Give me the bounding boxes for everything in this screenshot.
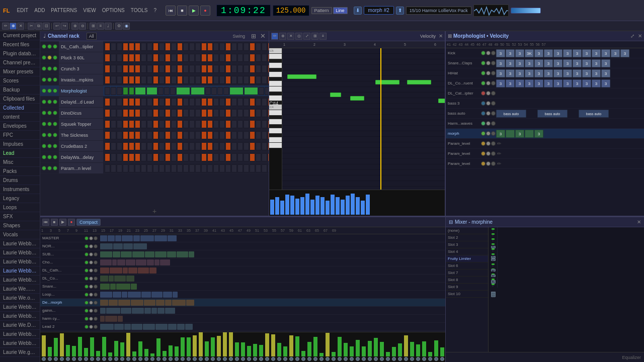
step-pad[interactable] — [141, 43, 146, 51]
step-pad[interactable] — [123, 164, 128, 172]
step-pad[interactable] — [117, 120, 122, 128]
nav-item-21[interactable]: Shapes — [0, 221, 40, 230]
song-seg-9-0[interactable] — [100, 308, 106, 314]
vol-knob-15[interactable] — [132, 357, 136, 361]
vol-bar-9[interactable] — [96, 351, 100, 356]
pe-track-btn-10-0[interactable] — [481, 151, 486, 156]
song-seg-7-2[interactable] — [122, 292, 127, 298]
nav-item-1[interactable]: Recent files — [0, 40, 40, 49]
song-ctrl-dot-0[interactable] — [85, 236, 89, 240]
step-pad[interactable] — [111, 65, 116, 73]
pe-block-2-1[interactable]: 3 — [506, 69, 515, 77]
plugin-name[interactable]: morph #2 — [364, 6, 394, 15]
pe-track-btn-3-0[interactable] — [481, 81, 486, 85]
vol-knob-38[interactable] — [271, 357, 275, 361]
step-pad[interactable] — [195, 76, 201, 84]
pe-block-2-7[interactable]: 3 — [563, 69, 572, 77]
step-pad[interactable] — [256, 109, 261, 117]
dot[interactable] — [53, 66, 57, 71]
piano-key-Ab4[interactable] — [269, 68, 282, 72]
song-seg-4-0[interactable] — [100, 267, 109, 274]
pe-track-btn-10-2[interactable] — [491, 151, 496, 156]
piano-key-Ab3[interactable] — [269, 125, 282, 128]
vol-knob-54[interactable] — [368, 357, 372, 361]
mixer-slot-1[interactable]: Slot 2 — [446, 234, 488, 241]
vel-bar-17[interactable] — [356, 197, 360, 215]
step-pad[interactable] — [250, 142, 255, 150]
vol-bar-30[interactable] — [223, 332, 227, 356]
vol-knob-30[interactable] — [223, 357, 227, 361]
pr-tool-erase[interactable]: ✕ — [287, 33, 294, 40]
step-pad[interactable] — [201, 76, 207, 84]
tool-zoom-out[interactable]: ⊖ — [79, 23, 86, 30]
step-pad[interactable] — [213, 131, 219, 139]
menu-add[interactable]: ADD — [31, 7, 48, 14]
step-pad[interactable] — [177, 142, 183, 150]
step-pad[interactable] — [262, 65, 267, 73]
vol-knob-28[interactable] — [211, 357, 215, 361]
step-pad[interactable] — [129, 65, 134, 73]
vol-knob-12[interactable] — [114, 357, 118, 361]
note-3[interactable] — [375, 80, 399, 84]
pe-row-4[interactable]: DL_Cat...iplier — [446, 88, 644, 99]
song-seg-2-8[interactable] — [189, 251, 194, 257]
step-pad[interactable] — [135, 164, 140, 172]
channel-row-0[interactable]: DL_Cath...tiplier — [40, 41, 269, 52]
step-pad[interactable] — [159, 142, 165, 150]
tool-erase[interactable]: ✕ — [17, 23, 24, 30]
step-pad[interactable] — [201, 120, 207, 128]
step-pad[interactable] — [158, 87, 164, 95]
nav-item-4[interactable]: Mixer presets — [0, 67, 40, 76]
vol-knob-58[interactable] — [392, 357, 396, 361]
step-pad[interactable] — [201, 65, 207, 73]
pr-tool-draw[interactable]: ✏ — [271, 33, 278, 40]
vol-knob-46[interactable] — [319, 357, 324, 361]
vol-bar-40[interactable] — [283, 346, 287, 356]
step-pad[interactable] — [256, 131, 261, 139]
step-pad[interactable] — [201, 109, 207, 117]
channel-row-2[interactable]: Crunch 3 — [40, 63, 269, 74]
step-pad[interactable] — [165, 164, 171, 172]
play-btn[interactable]: ▶ — [189, 6, 199, 16]
step-pad[interactable] — [171, 142, 177, 150]
pe-block-8-3[interactable] — [525, 130, 534, 138]
vel-bar-2[interactable] — [280, 201, 284, 215]
step-pad[interactable] — [219, 98, 225, 106]
vol-bar-28[interactable] — [211, 337, 215, 356]
nav-item-29[interactable]: Laurie We.one On B — [0, 294, 40, 303]
vol-knob-26[interactable] — [199, 357, 203, 361]
vol-knob-37[interactable] — [265, 357, 269, 361]
pe-track-btn-2-0[interactable] — [481, 71, 486, 75]
piano-key-A3[interactable] — [269, 119, 282, 125]
nav-item-2[interactable]: Plugin database — [0, 49, 40, 58]
pe-block-0-4[interactable]: 3 — [534, 49, 543, 57]
nav-item-27[interactable]: Laurie Webb Baby — [0, 276, 40, 285]
pe-track-btn-11-2[interactable] — [491, 161, 496, 166]
step-pad[interactable] — [111, 164, 116, 172]
song-ctrl-dot-1[interactable] — [89, 277, 93, 281]
step-pad[interactable] — [223, 87, 229, 95]
vol-bar-44[interactable] — [307, 342, 311, 356]
step-pad[interactable] — [159, 153, 165, 161]
vol-bar-1[interactable] — [48, 347, 52, 356]
pe-block-0-6[interactable]: 3 — [553, 49, 562, 57]
nav-item-6[interactable]: Backup — [0, 85, 40, 95]
pe-block-1-4[interactable]: 3 — [534, 59, 543, 67]
song-seg-2-4[interactable] — [145, 251, 154, 257]
step-pad[interactable] — [237, 43, 243, 51]
step-pad[interactable] — [171, 164, 177, 172]
step-pad[interactable] — [147, 120, 152, 128]
dot[interactable] — [53, 155, 57, 159]
vol-knob-21[interactable] — [169, 357, 173, 361]
step-pad[interactable] — [219, 109, 225, 117]
dot[interactable] — [47, 122, 52, 126]
nav-item-8[interactable]: Collected — [0, 104, 40, 113]
song-ctrl-dot-2[interactable] — [94, 252, 98, 256]
dot[interactable] — [47, 100, 52, 104]
vel-bar-5[interactable] — [295, 199, 299, 215]
step-pad[interactable] — [171, 109, 177, 117]
vel-bar-11[interactable] — [326, 201, 330, 215]
song-ctrl-dot-1[interactable] — [89, 301, 93, 305]
song-seg-3-3[interactable] — [126, 259, 135, 265]
song-ctrl-dot-2[interactable] — [94, 293, 98, 297]
